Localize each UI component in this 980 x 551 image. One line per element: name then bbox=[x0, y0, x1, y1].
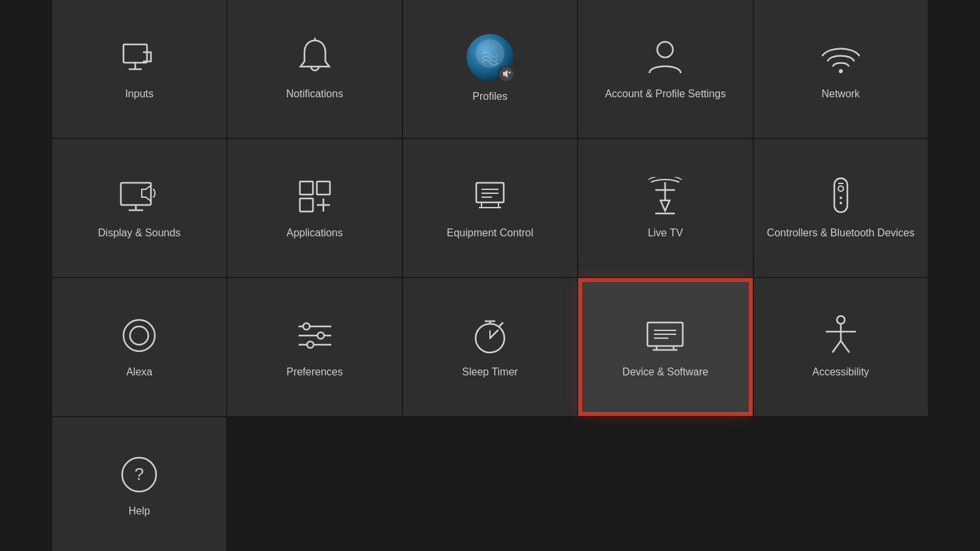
display-sounds-icon bbox=[118, 176, 160, 217]
svg-marker-29 bbox=[661, 200, 670, 211]
accessibility-icon bbox=[820, 315, 862, 356]
equipment-control-label: Equipment Control bbox=[447, 227, 534, 240]
accessibility-label: Accessibility bbox=[812, 366, 869, 379]
tile-inputs[interactable]: Inputs bbox=[52, 0, 226, 138]
svg-line-60 bbox=[832, 341, 841, 353]
svg-text:?: ? bbox=[135, 464, 144, 484]
tile-live-tv[interactable]: Live TV bbox=[578, 139, 752, 277]
tile-account-profile-settings[interactable]: Account & Profile Settings bbox=[578, 0, 752, 138]
empty-r4c2 bbox=[227, 417, 401, 551]
svg-line-61 bbox=[841, 341, 849, 353]
empty-r4c3 bbox=[403, 417, 577, 551]
tile-device-software[interactable]: Device & Software bbox=[578, 278, 752, 416]
profiles-icon bbox=[466, 34, 514, 81]
network-icon bbox=[820, 37, 862, 78]
controllers-bluetooth-icon bbox=[820, 176, 862, 217]
applications-label: Applications bbox=[286, 227, 342, 240]
sleep-timer-label: Sleep Timer bbox=[462, 366, 517, 379]
notifications-label: Notifications bbox=[286, 87, 343, 101]
notifications-icon bbox=[294, 37, 336, 78]
svg-point-42 bbox=[318, 332, 324, 339]
tile-sleep-timer[interactable]: Sleep Timer bbox=[403, 278, 577, 416]
empty-r4c4 bbox=[578, 417, 752, 551]
tile-network[interactable]: Network bbox=[754, 0, 928, 138]
tile-controllers-bluetooth[interactable]: Controllers & Bluetooth Devices bbox=[754, 139, 928, 277]
alexa-label: Alexa bbox=[126, 366, 152, 379]
controllers-bluetooth-label: Controllers & Bluetooth Devices bbox=[767, 227, 915, 240]
live-tv-label: Live TV bbox=[647, 227, 683, 240]
svg-rect-0 bbox=[123, 44, 147, 63]
account-profile-settings-label: Account & Profile Settings bbox=[605, 87, 726, 101]
preferences-icon bbox=[294, 315, 336, 356]
svg-point-36 bbox=[123, 320, 155, 351]
settings-grid: Inputs Notifications bbox=[0, 0, 980, 551]
device-software-label: Device & Software bbox=[623, 366, 709, 379]
svg-point-41 bbox=[303, 323, 310, 330]
tile-display-sounds[interactable]: Display & Sounds bbox=[52, 139, 226, 277]
sleep-timer-icon bbox=[469, 315, 511, 356]
svg-line-49 bbox=[499, 323, 503, 326]
preferences-label: Preferences bbox=[286, 366, 342, 379]
empty-r4c5 bbox=[754, 417, 928, 551]
tile-accessibility[interactable]: Accessibility bbox=[754, 278, 928, 416]
network-label: Network bbox=[821, 87, 860, 101]
svg-marker-14 bbox=[142, 185, 151, 201]
help-icon: ? bbox=[118, 454, 160, 496]
tile-help[interactable]: ? Help bbox=[52, 417, 226, 551]
profiles-label: Profiles bbox=[472, 90, 507, 104]
tile-notifications[interactable]: Notifications bbox=[227, 0, 401, 138]
svg-line-47 bbox=[490, 330, 498, 338]
tile-profiles[interactable]: Profiles bbox=[403, 0, 577, 138]
device-software-icon bbox=[644, 315, 686, 356]
account-icon bbox=[644, 37, 686, 78]
svg-rect-16 bbox=[317, 181, 330, 195]
equipment-control-icon bbox=[469, 176, 511, 217]
applications-icon bbox=[294, 176, 336, 217]
svg-point-10 bbox=[839, 69, 843, 73]
tile-alexa[interactable]: Alexa bbox=[52, 278, 226, 416]
svg-point-34 bbox=[840, 202, 842, 204]
inputs-icon bbox=[118, 37, 160, 78]
svg-point-57 bbox=[837, 316, 845, 324]
tile-equipment-control[interactable]: Equipment Control bbox=[403, 139, 577, 277]
tile-applications[interactable]: Applications bbox=[227, 139, 401, 277]
help-label: Help bbox=[129, 505, 150, 518]
svg-rect-11 bbox=[121, 183, 151, 205]
alexa-icon bbox=[118, 315, 160, 356]
tile-preferences[interactable]: Preferences bbox=[227, 278, 401, 416]
svg-point-32 bbox=[838, 186, 843, 191]
svg-point-33 bbox=[840, 197, 842, 199]
live-tv-icon bbox=[644, 176, 686, 217]
svg-point-37 bbox=[130, 326, 148, 345]
svg-point-43 bbox=[307, 341, 314, 348]
svg-point-9 bbox=[657, 42, 673, 57]
display-sounds-label: Display & Sounds bbox=[98, 227, 180, 240]
svg-marker-6 bbox=[503, 70, 508, 78]
svg-rect-17 bbox=[300, 198, 313, 212]
svg-rect-15 bbox=[300, 181, 313, 195]
inputs-label: Inputs bbox=[125, 87, 154, 101]
